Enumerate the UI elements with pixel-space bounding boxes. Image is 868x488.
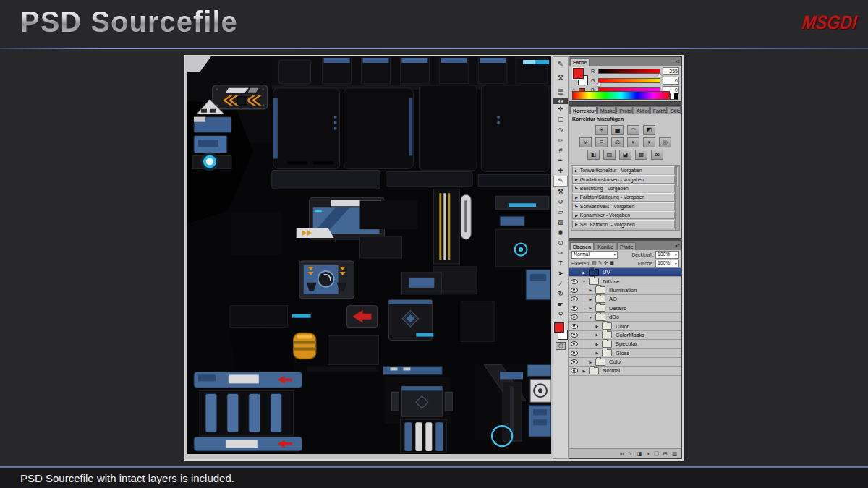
preset-row[interactable]: ▶Belichtung - Vorgaben	[572, 184, 675, 192]
layer-row[interactable]: ▼dDo	[569, 313, 681, 322]
panel-menu-icon[interactable]: ▾≡	[675, 243, 680, 248]
quick-selection-tool[interactable]: ✏	[553, 135, 568, 145]
visibility-toggle[interactable]	[569, 313, 579, 321]
zoom-tool[interactable]: ⚲	[553, 309, 568, 320]
dodge-tool[interactable]: ⊙	[553, 237, 568, 247]
group-expander[interactable]: ▶	[582, 270, 587, 275]
layer-effects-icon[interactable]: fx	[628, 450, 632, 457]
visibility-toggle[interactable]	[569, 358, 579, 366]
invert-icon[interactable]: ◧	[587, 150, 600, 160]
group-expander[interactable]: ▶	[582, 369, 587, 373]
visibility-toggle[interactable]	[569, 322, 579, 330]
visibility-toggle[interactable]	[569, 349, 579, 357]
group-expander[interactable]: ▶	[588, 297, 593, 301]
path-selection-tool[interactable]: ➤	[553, 268, 568, 278]
channel-mixer-icon[interactable]: ◎	[659, 137, 671, 147]
layer-row[interactable]: ▶Gloss	[569, 349, 681, 358]
tools-collapse-bar[interactable]: ◂◂	[553, 98, 568, 104]
tab-aktion[interactable]: Aktion	[634, 106, 650, 114]
group-expander[interactable]: ▶	[595, 324, 600, 328]
group-expander[interactable]: ▶	[595, 351, 600, 355]
rotate-view-tool[interactable]: ↻	[553, 288, 568, 299]
line-tool[interactable]: ∕	[553, 278, 568, 288]
exposure-icon[interactable]: ◩	[643, 125, 655, 135]
move-tool[interactable]: ✛	[553, 104, 568, 114]
new-layer-icon[interactable]: ⊞	[663, 450, 668, 457]
brush-tool[interactable]: ✎	[553, 176, 568, 186]
dock-brush-presets-icon[interactable]: ✎	[553, 57, 568, 71]
blend-mode-select[interactable]: Normal ▾	[571, 251, 618, 259]
document-canvas[interactable]	[187, 56, 551, 454]
layer-row[interactable]: ▶AO	[569, 295, 681, 304]
presets-scrollbar[interactable]	[675, 166, 679, 230]
expander-icon[interactable]: ▶	[575, 204, 578, 208]
channel-value[interactable]: 0	[663, 77, 679, 85]
dock-clone-source-icon[interactable]: ⚒	[553, 71, 568, 85]
quick-mask-button[interactable]	[556, 342, 566, 350]
selective-color-icon[interactable]: ⊠	[651, 150, 663, 160]
opacity-field[interactable]: 100% ▸	[655, 251, 679, 259]
expander-icon[interactable]: ▶	[575, 168, 578, 173]
pen-tool[interactable]: ✑	[553, 248, 568, 258]
layer-group-icon[interactable]: ❑	[654, 450, 659, 457]
levels-icon[interactable]: ▅	[611, 125, 624, 135]
slider-marker[interactable]	[597, 82, 601, 86]
brightness-contrast-icon[interactable]: ☀	[595, 125, 608, 135]
lock-position-icon[interactable]: ✛	[604, 260, 608, 266]
layer-row[interactable]: ▶ColorMasks	[569, 331, 681, 340]
preset-row[interactable]: ▶Kanalmixer - Vorgaben	[572, 211, 675, 219]
blur-tool[interactable]: ◉	[553, 227, 568, 237]
expander-icon[interactable]: ▶	[575, 177, 578, 181]
layer-row[interactable]: ▶Normal	[569, 367, 681, 375]
delete-layer-icon[interactable]: ▥	[672, 450, 677, 457]
visibility-toggle[interactable]	[569, 286, 579, 294]
preset-row[interactable]: ▶Tonwertkorrektur - Vorgaben	[572, 166, 675, 174]
preset-row[interactable]: ▶Gradationskurven - Vorgaben	[572, 175, 675, 183]
fill-field[interactable]: 100% ▸	[655, 260, 679, 267]
posterize-icon[interactable]: ▤	[603, 150, 616, 160]
curves-icon[interactable]: ◠	[627, 125, 639, 135]
layer-mask-icon[interactable]: ◨	[637, 450, 642, 457]
tab-kanle[interactable]: Kanäle	[595, 242, 616, 250]
crop-tool[interactable]: #	[553, 145, 568, 155]
channel-slider-g[interactable]	[598, 78, 660, 83]
layer-row[interactable]: ▶UV	[569, 268, 681, 277]
preset-row[interactable]: ▶Schwarzweiß - Vorgaben	[572, 202, 675, 210]
panel-menu-icon[interactable]: ▾≡	[675, 59, 680, 64]
photo-filter-icon[interactable]: ◗	[643, 137, 655, 147]
vibrance-icon[interactable]: V	[579, 137, 592, 147]
panel-foreground-swatch[interactable]	[573, 68, 584, 79]
spectrum-bw-endcap[interactable]	[670, 93, 678, 100]
expander-icon[interactable]: ▶	[575, 222, 578, 226]
group-expander[interactable]: ▼	[588, 315, 593, 320]
tab-ebenen[interactable]: Ebenen	[570, 242, 594, 250]
gradient-tool[interactable]: ▨	[553, 217, 568, 227]
layer-row[interactable]: ▶Color	[569, 358, 681, 367]
group-expander[interactable]: ▶	[595, 342, 600, 346]
visibility-toggle[interactable]	[569, 367, 579, 374]
preset-row[interactable]: ▶Farbton/Sättigung - Vorgaben	[572, 193, 675, 201]
spot-healing-brush-tool[interactable]: ✚	[553, 166, 568, 176]
tab-stile[interactable]: Stile	[668, 106, 681, 114]
tab-pfade[interactable]: Pfade	[617, 242, 636, 250]
gradient-map-icon[interactable]: ▦	[635, 150, 647, 160]
slider-marker[interactable]	[658, 73, 662, 77]
layer-row[interactable]: ▼Diffuse	[569, 277, 681, 286]
visibility-toggle[interactable]	[569, 268, 579, 276]
group-expander[interactable]: ▶	[588, 306, 593, 310]
layer-row[interactable]: ▶Specular	[569, 340, 681, 348]
threshold-icon[interactable]: ◪	[619, 150, 631, 160]
tab-farbfel[interactable]: Farbfel	[650, 106, 668, 114]
lock-all-icon[interactable]: ▣	[609, 260, 614, 266]
eyedropper-tool[interactable]: ✒	[553, 155, 568, 166]
visibility-toggle[interactable]	[569, 277, 579, 285]
visibility-toggle[interactable]	[569, 295, 579, 303]
lock-pixels-icon[interactable]: ✎	[598, 260, 603, 266]
tab-farbe[interactable]: Farbe	[570, 58, 590, 66]
group-expander[interactable]: ▶	[588, 288, 593, 292]
group-expander[interactable]: ▼	[582, 279, 587, 283]
visibility-toggle[interactable]	[569, 340, 579, 348]
preset-row[interactable]: ▶Sel. Farbkorr. - Vorgaben	[572, 220, 675, 228]
tab-korrekturen[interactable]: Korrekturen	[570, 106, 597, 114]
visibility-toggle[interactable]	[569, 304, 579, 312]
